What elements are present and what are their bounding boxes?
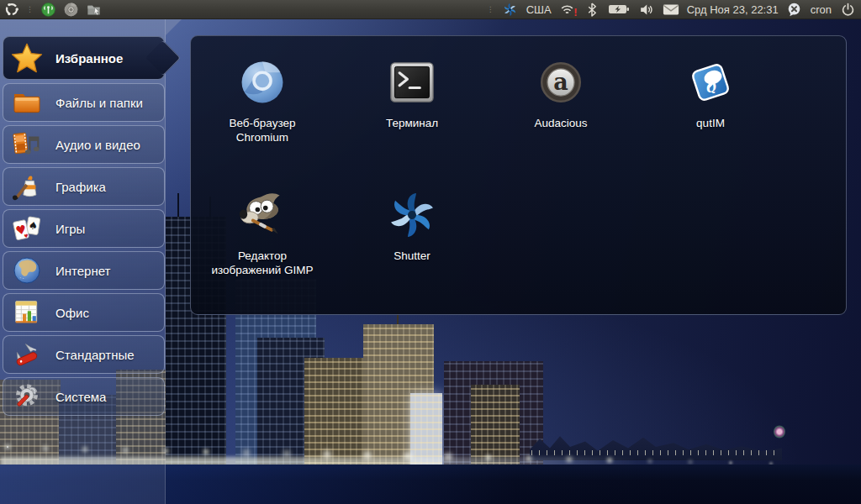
app-qutim[interactable]: Q qutIM — [643, 56, 778, 130]
folder-icon — [10, 86, 44, 119]
office-icon — [10, 296, 44, 329]
sidebar-item-office[interactable]: Офис — [3, 293, 165, 332]
sidebar-item-label: Избранное — [55, 51, 123, 66]
sidebar-item-label: Офис — [55, 306, 89, 320]
system-gear-icon — [10, 380, 44, 413]
username-indicator[interactable]: cron — [811, 3, 832, 16]
wifi-alert-badge: ! — [573, 6, 577, 18]
sidebar-item-games[interactable]: ♠♥♥ Игры — [3, 209, 165, 248]
network-radar-icon[interactable] — [40, 1, 56, 18]
app-label: Shutter — [394, 249, 430, 263]
chromium-icon — [236, 56, 288, 108]
globe-icon — [10, 254, 44, 287]
sidebar-item-label: Файлы и папки — [55, 96, 143, 110]
sidebar-item-label: Система — [55, 390, 106, 404]
sidebar-item-accessories[interactable]: Стандартные — [3, 335, 165, 374]
favorites-panel: Веб-браузер Chromium Терминал a Audaciou… — [190, 35, 847, 315]
svg-text:a: a — [553, 69, 568, 95]
panel-grip[interactable]: ⋮ — [26, 6, 34, 13]
games-cards-icon: ♠♥♥ — [10, 212, 44, 245]
app-label: Редактор изображений GIMP — [211, 249, 314, 278]
file-manager-icon[interactable] — [85, 1, 102, 18]
gimp-icon — [236, 189, 288, 241]
sidebar-item-label: Интернет — [55, 264, 110, 278]
sidebar-item-label: Графика — [55, 180, 106, 194]
me-menu-status-icon[interactable] — [786, 1, 803, 18]
app-audacious[interactable]: a Audacious — [494, 56, 628, 130]
panel-indicators: ⋮ США ! Срд Ноя 23, 22:31 cron — [487, 1, 861, 18]
top-panel: ⋮ ⋮ США ! Срд Ноя 23, 2 — [0, 0, 861, 19]
volume-icon[interactable] — [638, 1, 655, 18]
wifi-icon[interactable]: ! — [559, 1, 576, 18]
audio-video-icon — [10, 128, 44, 161]
bluetooth-icon[interactable] — [584, 1, 600, 18]
chromium-tray-icon[interactable] — [62, 1, 79, 18]
sidebar-item-label: Стандартные — [55, 348, 135, 362]
app-chromium[interactable]: Веб-браузер Chromium — [195, 56, 330, 145]
utilities-knife-icon — [10, 338, 44, 371]
sidebar-item-label: Игры — [55, 222, 85, 236]
clock-indicator[interactable]: Срд Ноя 23, 22:31 — [687, 3, 779, 16]
svg-text:♠: ♠ — [28, 218, 39, 233]
sidebar-item-internet[interactable]: Интернет — [3, 251, 165, 290]
sidebar-item-files-folders[interactable]: Файлы и папки — [3, 83, 165, 122]
battery-icon[interactable] — [608, 1, 631, 18]
panel-grip[interactable]: ⋮ — [487, 6, 494, 13]
app-gimp[interactable]: Редактор изображений GIMP — [195, 189, 330, 278]
shutter-tray-icon[interactable] — [502, 1, 519, 18]
app-shutter[interactable]: Shutter — [345, 189, 479, 263]
sidebar-item-audio-video[interactable]: Аудио и видео — [3, 125, 165, 164]
app-label: Веб-браузер Chromium — [211, 116, 314, 145]
building — [304, 358, 365, 469]
distant-lights — [531, 450, 775, 455]
terminal-icon — [386, 56, 438, 108]
panel-launchers: ⋮ — [0, 1, 102, 18]
sidebar-item-favorites[interactable]: Избранное — [3, 36, 165, 80]
ubuntu-logo-icon[interactable] — [3, 1, 20, 18]
power-icon[interactable] — [839, 1, 856, 18]
firework — [774, 425, 785, 438]
keyboard-layout-indicator[interactable]: США — [526, 3, 552, 16]
app-label: Терминал — [386, 116, 438, 130]
sidebar-item-system[interactable]: Система — [3, 377, 165, 416]
audacious-icon: a — [535, 56, 587, 108]
sidebar-item-graphics[interactable]: Графика — [3, 167, 165, 206]
app-label: Audacious — [534, 116, 587, 130]
qutim-icon: Q — [684, 56, 737, 108]
app-terminal[interactable]: Терминал — [345, 56, 479, 130]
sidebar-item-label: Аудио и видео — [55, 138, 140, 152]
shutter-icon — [386, 189, 438, 241]
graphics-icon — [10, 170, 44, 203]
building — [471, 385, 520, 469]
star-icon — [10, 41, 44, 75]
mail-icon[interactable] — [663, 1, 679, 18]
app-label: qutIM — [696, 116, 725, 130]
